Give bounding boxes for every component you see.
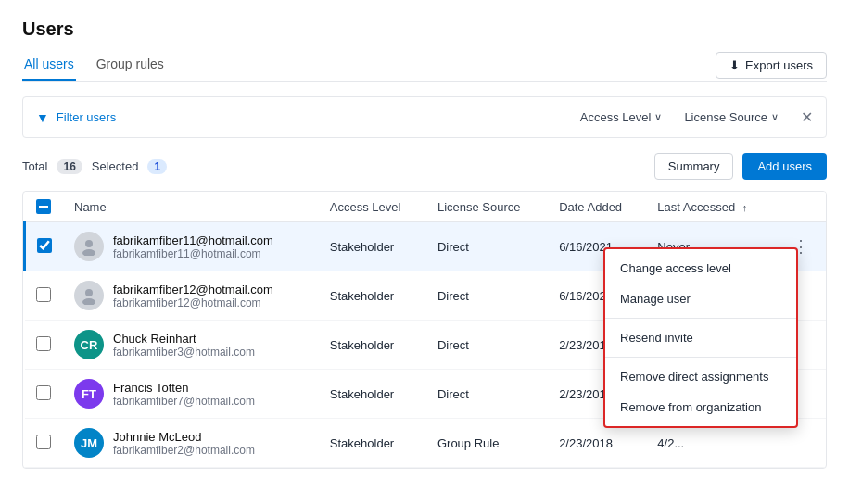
user-access-level: Stakeholder xyxy=(319,419,426,468)
add-users-button[interactable]: Add users xyxy=(742,153,827,180)
total-badge: 16 xyxy=(57,159,82,174)
col-last-accessed: Last Accessed ↑ xyxy=(646,192,776,222)
col-date-added: Date Added xyxy=(548,192,646,222)
user-access-level: Stakeholder xyxy=(319,370,426,419)
col-name: Name xyxy=(63,192,319,222)
user-name-secondary: fabrikamfiber3@hotmail.com xyxy=(113,346,255,359)
user-name-secondary: fabrikamfiber11@hotmail.com xyxy=(113,247,273,260)
user-name-secondary: fabrikamfiber12@hotmail.com xyxy=(113,296,273,309)
license-source-chevron-icon: ∨ xyxy=(771,111,779,123)
user-name-primary: Francis Totten xyxy=(113,381,255,395)
users-table: Name Access Level License Source Date Ad… xyxy=(22,191,827,469)
user-access-level: Stakeholder xyxy=(319,222,426,271)
context-menu: Change access level Manage user Resend i… xyxy=(603,247,798,428)
user-license-source: Direct xyxy=(426,222,548,271)
license-source-dropdown[interactable]: License Source ∨ xyxy=(677,107,786,128)
selected-label: Selected xyxy=(92,159,139,173)
avatar: CR xyxy=(74,330,104,359)
svg-point-2 xyxy=(85,289,93,296)
filter-users-label[interactable]: Filter users xyxy=(57,110,116,124)
context-change-access[interactable]: Change access level xyxy=(605,253,796,284)
user-name-primary: Chuck Reinhart xyxy=(113,332,255,346)
filter-close-icon[interactable]: ✕ xyxy=(801,108,813,126)
avatar: JM xyxy=(74,428,104,458)
user-name-primary: Johnnie McLeod xyxy=(113,430,255,444)
filter-bar: ▼ Filter users Access Level ∨ License So… xyxy=(22,96,827,138)
select-all-checkbox[interactable] xyxy=(36,199,51,214)
context-remove-org[interactable]: Remove from organization xyxy=(605,392,796,422)
tab-group-rules[interactable]: Group rules xyxy=(95,49,166,81)
user-name-primary: fabrikamfiber12@hotmail.com xyxy=(113,283,273,296)
user-name-secondary: fabrikamfiber2@hotmail.com xyxy=(113,444,255,457)
tab-all-users[interactable]: All users xyxy=(22,49,76,81)
context-divider-2 xyxy=(605,357,796,358)
context-divider-1 xyxy=(605,318,796,319)
row-checkbox[interactable] xyxy=(36,287,51,302)
selected-badge: 1 xyxy=(147,159,167,174)
page-title: Users xyxy=(22,19,827,40)
row-checkbox[interactable] xyxy=(36,336,51,351)
row-checkbox[interactable] xyxy=(37,238,52,253)
context-manage-user[interactable]: Manage user xyxy=(605,284,796,314)
access-level-chevron-icon: ∨ xyxy=(654,111,662,123)
col-access-level: Access Level xyxy=(319,192,426,222)
total-label: Total xyxy=(22,159,47,173)
summary-button[interactable]: Summary xyxy=(654,153,734,180)
svg-point-0 xyxy=(85,240,93,247)
user-license-source: Direct xyxy=(426,370,548,419)
row-checkbox[interactable] xyxy=(36,435,51,449)
user-name-primary: fabrikamfiber11@hotmail.com xyxy=(113,233,273,247)
access-level-dropdown[interactable]: Access Level ∨ xyxy=(573,107,670,128)
user-license-source: Direct xyxy=(426,271,548,321)
row-checkbox[interactable] xyxy=(36,385,51,400)
context-remove-direct[interactable]: Remove direct assignments xyxy=(605,361,796,392)
table-toolbar: Total 16 Selected 1 Summary Add users xyxy=(22,153,827,180)
user-access-level: Stakeholder xyxy=(319,271,426,321)
user-name-secondary: fabrikamfiber7@hotmail.com xyxy=(113,395,255,408)
sort-asc-icon: ↑ xyxy=(742,202,748,213)
avatar: FT xyxy=(74,379,104,409)
col-license-source: License Source xyxy=(426,192,548,222)
avatar xyxy=(74,281,104,310)
avatar xyxy=(74,232,104,261)
user-access-level: Stakeholder xyxy=(319,321,426,370)
download-icon: ⬇ xyxy=(729,58,740,72)
svg-point-1 xyxy=(82,249,95,256)
user-license-source: Group Rule xyxy=(426,419,548,468)
filter-icon: ▼ xyxy=(36,110,49,125)
context-resend-invite[interactable]: Resend invite xyxy=(605,322,796,353)
svg-point-3 xyxy=(82,298,95,305)
export-users-button[interactable]: ⬇ Export users xyxy=(716,52,827,79)
user-license-source: Direct xyxy=(426,321,548,370)
